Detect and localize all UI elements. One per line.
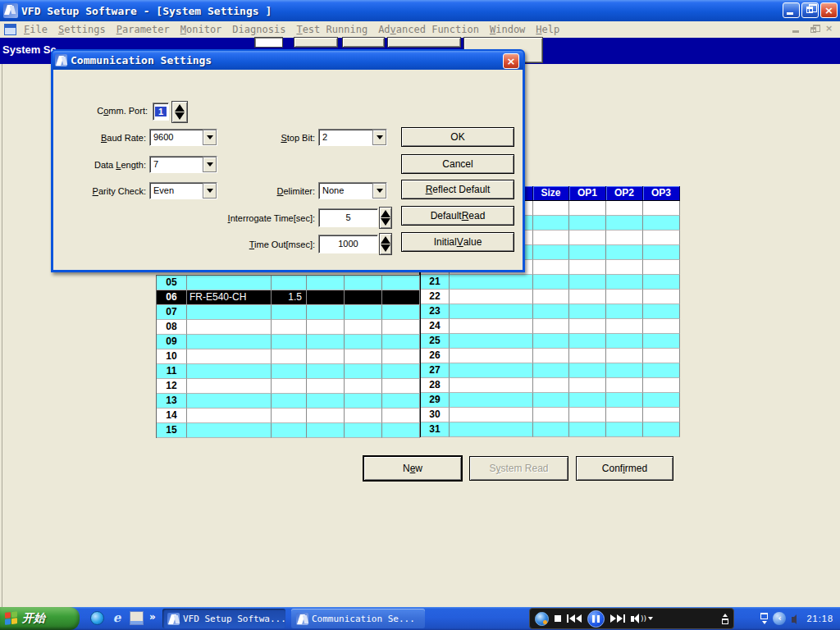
op-cell[interactable]	[569, 231, 606, 245]
op-cell[interactable]	[606, 290, 643, 304]
size-cell[interactable]	[533, 290, 569, 304]
toolbar-button-remnant[interactable]	[294, 37, 338, 48]
op-cell[interactable]	[382, 394, 420, 409]
op-cell[interactable]	[307, 349, 345, 364]
quicklaunch-media-player-icon[interactable]	[90, 611, 104, 625]
op-cell[interactable]	[307, 423, 345, 438]
op-cell[interactable]	[643, 304, 680, 319]
op-cell[interactable]	[569, 319, 606, 334]
toolbar-field-remnant[interactable]	[254, 37, 283, 48]
op-cell[interactable]	[606, 304, 643, 319]
baud-rate-combo[interactable]: 9600	[149, 129, 217, 146]
menu-item-diagnosis[interactable]: Diagnosis	[232, 24, 285, 35]
op-cell[interactable]	[643, 231, 680, 245]
op-cell[interactable]	[606, 334, 643, 349]
menu-item-settings[interactable]: Settings	[58, 24, 106, 35]
op-cell[interactable]	[382, 276, 420, 290]
op-cell[interactable]	[569, 422, 606, 437]
name-cell[interactable]: FR-E540-CH	[187, 290, 272, 305]
op-cell[interactable]	[569, 408, 606, 422]
tray-display-icon[interactable]	[760, 613, 768, 619]
op-cell[interactable]	[569, 290, 606, 304]
size-cell[interactable]	[533, 422, 569, 437]
op-cell[interactable]	[345, 276, 382, 290]
op-cell[interactable]	[345, 305, 382, 320]
op-cell[interactable]	[345, 423, 382, 438]
name-cell[interactable]	[450, 378, 533, 393]
deck-restore-icon[interactable]	[722, 619, 728, 624]
time-out-field[interactable]: 1000	[318, 235, 378, 253]
size-cell[interactable]	[533, 334, 569, 349]
stop-bit-drop-icon[interactable]	[372, 130, 386, 145]
ok-button[interactable]: OK	[401, 127, 514, 147]
tray-volume-icon[interactable]	[791, 614, 801, 624]
delimiter-drop-icon[interactable]	[372, 183, 386, 199]
dialog-close-button[interactable]: ×	[503, 53, 519, 69]
size-cell[interactable]	[533, 363, 569, 378]
op-cell[interactable]	[307, 305, 345, 320]
op-cell[interactable]	[606, 349, 643, 363]
size-cell[interactable]	[533, 304, 569, 319]
name-cell[interactable]	[450, 319, 533, 334]
name-cell[interactable]	[187, 423, 272, 438]
previous-icon[interactable]	[567, 614, 582, 623]
column-header-op2[interactable]: OP2	[606, 186, 643, 200]
size-cell[interactable]	[533, 231, 569, 245]
size-cell[interactable]: 1.5	[272, 290, 307, 305]
op-cell[interactable]	[606, 363, 643, 378]
op-cell[interactable]	[345, 409, 382, 423]
pause-icon[interactable]	[587, 610, 605, 628]
op-cell[interactable]	[606, 245, 643, 260]
op-cell[interactable]	[307, 320, 345, 335]
menu-item-help[interactable]: Help	[536, 24, 559, 35]
size-cell[interactable]	[272, 364, 307, 379]
new-button[interactable]: New	[363, 456, 462, 481]
op-cell[interactable]	[643, 334, 680, 349]
name-cell[interactable]	[187, 276, 272, 290]
name-cell[interactable]	[187, 320, 272, 335]
column-header-size[interactable]: Size	[533, 186, 569, 200]
comm-port-spinner[interactable]	[171, 101, 188, 123]
op-cell[interactable]	[643, 201, 680, 216]
system-read-button[interactable]: System Read	[469, 456, 568, 481]
name-cell[interactable]	[450, 334, 533, 349]
menu-item-file[interactable]: File	[24, 24, 48, 35]
child-restore-button[interactable]	[806, 24, 819, 34]
op-cell[interactable]	[606, 216, 643, 231]
size-cell[interactable]	[272, 349, 307, 364]
op-cell[interactable]	[382, 290, 420, 305]
tray-down-icon[interactable]	[762, 621, 767, 624]
media-player-icon[interactable]	[535, 612, 549, 626]
op-cell[interactable]	[569, 275, 606, 290]
size-cell[interactable]	[533, 260, 569, 275]
op-cell[interactable]	[307, 290, 345, 305]
dialog-titlebar[interactable]: Communication Settings	[52, 51, 523, 70]
tray-collapse-chevron-icon[interactable]: ‹	[773, 612, 786, 625]
op-cell[interactable]	[569, 349, 606, 363]
op-cell[interactable]	[345, 394, 382, 409]
size-cell[interactable]	[272, 335, 307, 349]
op-cell[interactable]	[307, 379, 345, 394]
stop-bit-combo[interactable]: 2	[318, 129, 387, 146]
toolbar-button-remnant[interactable]	[387, 37, 461, 48]
op-cell[interactable]	[569, 334, 606, 349]
size-cell[interactable]	[533, 393, 569, 408]
child-minimize-button[interactable]	[790, 24, 802, 34]
op-cell[interactable]	[569, 201, 606, 216]
default-read-button[interactable]: Default Read	[401, 206, 514, 226]
op-cell[interactable]	[606, 231, 643, 245]
initial-value-button[interactable]: Initial Value	[401, 232, 514, 252]
toolbar-button-remnant[interactable]	[342, 37, 385, 48]
quicklaunch-show-desktop-icon[interactable]	[130, 611, 144, 625]
op-cell[interactable]	[643, 290, 680, 304]
name-cell[interactable]	[450, 290, 533, 304]
size-cell[interactable]	[533, 216, 569, 231]
parity-check-combo[interactable]: Even	[149, 182, 217, 199]
op-cell[interactable]	[569, 393, 606, 408]
op-cell[interactable]	[345, 379, 382, 394]
op-cell[interactable]	[382, 423, 420, 438]
op-cell[interactable]	[643, 363, 680, 378]
op-cell[interactable]	[606, 260, 643, 275]
op-cell[interactable]	[606, 393, 643, 408]
child-system-menu-icon[interactable]	[4, 24, 16, 35]
